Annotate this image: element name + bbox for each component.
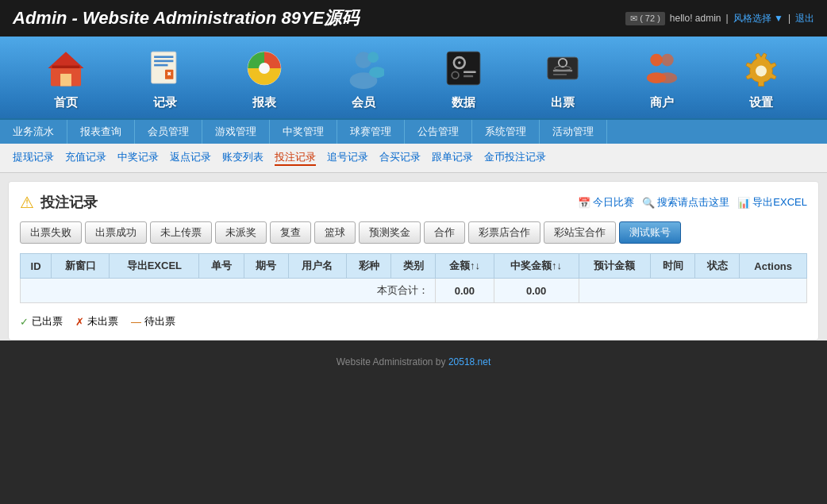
subnav-account-change[interactable]: 账变列表 — [222, 150, 263, 166]
today-match-link[interactable]: 📅 今日比赛 — [578, 195, 634, 210]
nav-settings[interactable]: 设置 — [721, 44, 801, 110]
filter-test-account[interactable]: 测试账号 — [619, 221, 681, 244]
filter-not-uploaded[interactable]: 未上传票 — [150, 221, 212, 244]
greeting-text: hello! admin — [670, 13, 721, 24]
nav-icons-bar: 首页 记录 — [0, 37, 827, 144]
subnav-follow[interactable]: 跟单记录 — [432, 150, 473, 166]
filter-caizhan-coop[interactable]: 彩站宝合作 — [544, 221, 616, 244]
filter-basketball[interactable]: 篮球 — [314, 221, 356, 244]
nav-tickets-label: 出票 — [551, 95, 575, 110]
svg-rect-7 — [154, 64, 167, 67]
subnav-chase[interactable]: 追号记录 — [327, 150, 368, 166]
svg-point-12 — [259, 63, 270, 74]
subnav-return[interactable]: 返点记录 — [170, 150, 211, 166]
col-export-excel: 导出EXCEL — [110, 254, 199, 279]
svg-rect-21 — [464, 75, 473, 78]
pending-icon: — — [131, 316, 141, 328]
col-new-window: 新窗口 — [52, 254, 110, 279]
nav-reports[interactable]: 报表 — [225, 44, 304, 110]
tab-games[interactable]: 游戏管理 — [202, 120, 270, 144]
col-estimated-amount: 预计金额 — [579, 254, 650, 279]
subnav-prize[interactable]: 中奖记录 — [117, 150, 159, 166]
footer-text: Website Administration by — [337, 356, 448, 367]
filter-ticket-success[interactable]: 出票成功 — [85, 221, 147, 244]
page-header: ⚠ 投注记录 📅 今日比赛 🔍 搜索请点击这里 📊 导出EXCEL — [20, 193, 807, 212]
subnav-withdraw[interactable]: 提现记录 — [13, 150, 54, 166]
logout-link[interactable]: 退出 — [795, 12, 814, 25]
subnav-recharge[interactable]: 充值记录 — [65, 150, 106, 166]
col-period: 期号 — [244, 254, 288, 279]
settings-icon — [737, 44, 785, 92]
filter-ticket-fail[interactable]: 出票失败 — [20, 221, 82, 244]
nav-data[interactable]: 数据 — [424, 44, 503, 110]
svg-rect-5 — [154, 56, 173, 58]
tab-matches[interactable]: 球赛管理 — [337, 120, 405, 144]
not-issued-label: 未出票 — [87, 314, 118, 329]
nav-members[interactable]: 会员 — [324, 44, 403, 110]
svg-point-32 — [756, 66, 767, 77]
tab-prizes[interactable]: 中奖管理 — [270, 120, 337, 144]
style-select[interactable]: 风格选择 ▼ — [733, 12, 783, 25]
members-icon — [340, 44, 387, 92]
reports-icon — [240, 44, 288, 92]
svg-rect-20 — [464, 71, 476, 73]
tickets-icon — [539, 44, 587, 92]
col-amount[interactable]: 金额↑↓ — [436, 254, 494, 279]
data-icon — [440, 44, 487, 92]
subnav-bet-record[interactable]: 投注记录 — [275, 150, 316, 166]
total-amount: 0.00 — [436, 279, 494, 303]
header: Admin - Website Administration 89YE源码 ( … — [0, 0, 827, 37]
filter-cooperation[interactable]: 合作 — [424, 221, 465, 244]
tab-business[interactable]: 业务流水 — [0, 120, 67, 144]
filter-review[interactable]: 复查 — [270, 221, 311, 244]
footer: Website Administration by 20518.net — [0, 348, 827, 375]
header-actions: 📅 今日比赛 🔍 搜索请点击这里 📊 导出EXCEL — [578, 195, 807, 210]
filter-predicted-prize[interactable]: 预测奖金 — [359, 221, 421, 244]
legend-pending: — 待出票 — [131, 314, 175, 329]
calendar-icon: 📅 — [578, 197, 590, 209]
page-title-area: ⚠ 投注记录 — [20, 193, 98, 212]
subnav-combined[interactable]: 合买记录 — [379, 150, 421, 166]
footer-link[interactable]: 20518.net — [448, 356, 490, 367]
col-lottery-type: 彩种 — [346, 254, 390, 279]
legend-issued: ✓ 已出票 — [20, 314, 63, 329]
tab-reports[interactable]: 报表查询 — [67, 120, 135, 144]
col-prize-amount[interactable]: 中奖金额↑↓ — [494, 254, 579, 279]
home-icon — [42, 44, 90, 92]
col-actions: Actions — [740, 254, 807, 279]
legend: ✓ 已出票 ✗ 未出票 — 待出票 — [20, 314, 807, 329]
nav-settings-label: 设置 — [749, 95, 773, 110]
search-link[interactable]: 🔍 搜索请点击这里 — [642, 195, 729, 210]
nav-home[interactable]: 首页 — [26, 44, 106, 110]
tab-members[interactable]: 会员管理 — [135, 120, 202, 144]
svg-point-31 — [658, 72, 677, 83]
svg-point-19 — [458, 61, 460, 63]
nav-merchants[interactable]: 商户 — [622, 44, 702, 110]
filter-lottery-shop-coop[interactable]: 彩票店合作 — [468, 221, 540, 244]
nav-merchants-label: 商户 — [650, 95, 674, 110]
export-excel-link[interactable]: 📊 导出EXCEL — [737, 195, 807, 210]
col-order-no: 单号 — [199, 254, 244, 279]
filter-not-distributed[interactable]: 未派奖 — [215, 221, 267, 244]
sub-nav: 提现记录 充值记录 中奖记录 返点记录 账变列表 投注记录 追号记录 合买记录 … — [0, 144, 827, 173]
svg-rect-17 — [447, 52, 480, 85]
app-title: Admin - Website Administration 89YE源码 — [13, 6, 359, 30]
svg-point-15 — [368, 52, 379, 63]
svg-point-28 — [650, 54, 663, 67]
tab-system[interactable]: 系统管理 — [472, 120, 540, 144]
svg-rect-3 — [52, 66, 79, 68]
legend-not-issued: ✗ 未出票 — [75, 314, 118, 329]
main-content: 提现记录 充值记录 中奖记录 返点记录 账变列表 投注记录 追号记录 合买记录 … — [0, 144, 827, 340]
col-time: 时间 — [650, 254, 694, 279]
nav-records[interactable]: 记录 — [125, 44, 205, 110]
merchants-icon — [638, 44, 686, 92]
svg-rect-23 — [548, 57, 578, 79]
subnav-gold-bet[interactable]: 金币投注记录 — [484, 150, 546, 166]
content-panel: ⚠ 投注记录 📅 今日比赛 🔍 搜索请点击这里 📊 导出EXCEL — [8, 181, 819, 340]
tab-announcements[interactable]: 公告管理 — [405, 120, 472, 144]
svg-rect-2 — [60, 74, 71, 87]
message-icon[interactable]: ( 72 ) — [625, 12, 665, 25]
nav-tickets[interactable]: 出票 — [523, 44, 602, 110]
tab-activities[interactable]: 活动管理 — [540, 120, 607, 144]
filter-bar: 出票失败 出票成功 未上传票 未派奖 复查 篮球 预测奖金 合作 彩票店合作 彩… — [20, 221, 807, 244]
